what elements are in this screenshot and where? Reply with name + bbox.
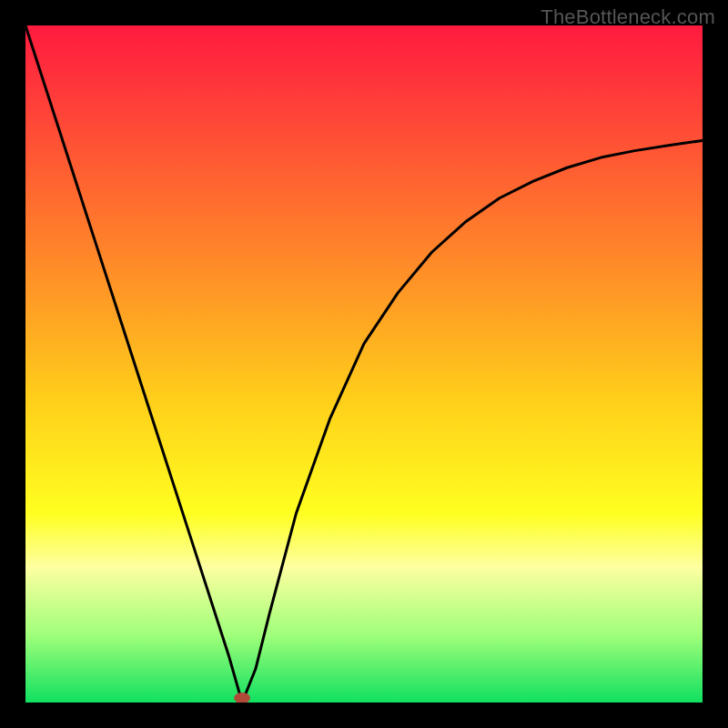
watermark-text: TheBottleneck.com bbox=[541, 5, 715, 29]
chart-svg bbox=[25, 25, 703, 703]
plot-area bbox=[25, 25, 703, 703]
optimal-point-marker bbox=[234, 693, 250, 703]
chart-frame: TheBottleneck.com bbox=[0, 0, 728, 728]
bottleneck-curve bbox=[25, 25, 703, 703]
